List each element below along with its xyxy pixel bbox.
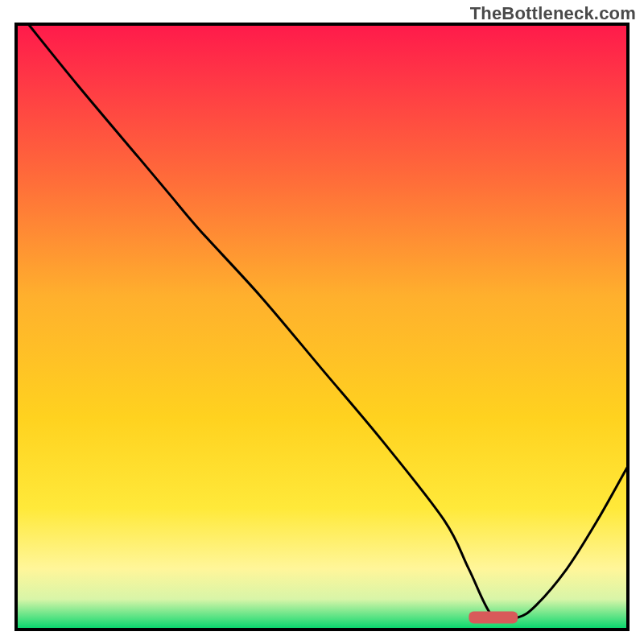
chart-svg — [0, 0, 644, 644]
plot-background — [16, 24, 628, 630]
watermark-text: TheBottleneck.com — [470, 3, 636, 24]
chart-frame: TheBottleneck.com — [0, 0, 644, 644]
optimal-marker — [469, 611, 518, 623]
